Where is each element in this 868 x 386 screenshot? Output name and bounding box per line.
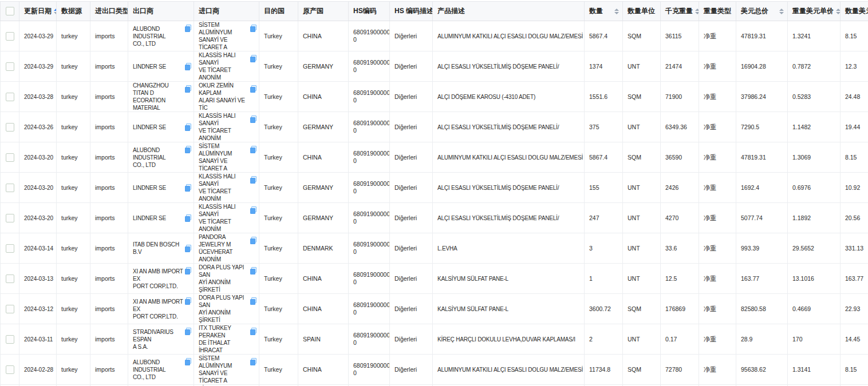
- cell-hs_code: 68091900000 0: [349, 21, 390, 51]
- sort-icon[interactable]: [779, 9, 784, 14]
- row-checkbox[interactable]: [6, 335, 14, 344]
- copy-icon[interactable]: [250, 206, 257, 213]
- row-checkbox[interactable]: [6, 244, 14, 253]
- col-header-kg_weight[interactable]: 千克重量: [661, 2, 699, 21]
- cell-update_date: 2024-03-20: [19, 173, 57, 203]
- cell-importer: KLASSİS HALI SANAYİ VE TİCARET ANONİM: [194, 51, 259, 82]
- cell-importer: KLASSİS HALI SANAYİ VE TİCARET ANONİM: [194, 203, 259, 233]
- copy-icon[interactable]: [250, 267, 257, 274]
- copy-icon[interactable]: [250, 55, 257, 62]
- cell-product_desc: ALÇI DÖŞEME KAROSU (-4310 ADET): [433, 82, 585, 112]
- copy-icon[interactable]: [250, 146, 257, 153]
- col-header-usd_total[interactable]: 美元总价: [736, 2, 788, 21]
- copy-icon[interactable]: [185, 85, 191, 92]
- copy-icon[interactable]: [185, 214, 191, 221]
- cell-text: 163.77: [741, 275, 759, 282]
- row-checkbox[interactable]: [6, 274, 14, 283]
- cell-text: ALUBOND INDUSTRIAL CO., LTD: [133, 147, 165, 168]
- cell-quantity_unit: SQM: [623, 82, 661, 112]
- cell-quantity_unit: UNT: [623, 324, 661, 355]
- copy-icon[interactable]: [185, 297, 191, 304]
- cell-quantity: 3600.72: [585, 294, 623, 324]
- select-all-checkbox[interactable]: [6, 7, 14, 15]
- row-checkbox[interactable]: [6, 365, 14, 374]
- cell-usd_per_weight: 1.3141: [788, 355, 841, 385]
- cell-text: imports: [95, 63, 115, 70]
- cell-origin: CHINA: [298, 142, 349, 173]
- row-checkbox[interactable]: [6, 214, 14, 222]
- cell-text: 331.13: [845, 245, 863, 252]
- cell-text: CHINA: [303, 93, 322, 100]
- cell-usd_per_weight: 1.1482: [788, 112, 841, 142]
- cell-text: 68091900000 0: [353, 362, 390, 376]
- copy-icon[interactable]: [185, 267, 191, 274]
- column-label: 数量美元单价: [845, 6, 868, 16]
- copy-icon[interactable]: [250, 85, 257, 92]
- row-checkbox[interactable]: [6, 153, 14, 162]
- cell-text: KALSİYUM SÜLFAT PANE-L: [437, 306, 508, 312]
- cell-text: 68091900000 0: [353, 89, 390, 104]
- copy-icon[interactable]: [185, 184, 191, 191]
- cell-text: 2024-03-13: [24, 276, 53, 282]
- cell-kg_weight: 21474: [661, 51, 699, 82]
- copy-icon[interactable]: [185, 25, 191, 31]
- cell-usd_total: 993.39: [736, 233, 788, 264]
- copy-icon[interactable]: [185, 124, 191, 130]
- cell-text: 8.15: [845, 33, 857, 39]
- copy-icon[interactable]: [250, 116, 257, 122]
- col-header-quantity[interactable]: 数量: [585, 2, 623, 21]
- cell-destination: Turkey: [259, 51, 298, 82]
- copy-icon[interactable]: [250, 25, 257, 31]
- row-checkbox[interactable]: [6, 62, 14, 71]
- cell-update_date: 2024-03-29: [19, 51, 57, 82]
- col-header-usd_per_weight[interactable]: 重量美元单价: [788, 2, 841, 21]
- sort-icon[interactable]: [836, 9, 841, 14]
- cell-data_source: turkey: [57, 324, 90, 355]
- cell-text: SİSTEM ALÜMİNYUM SANAYİ VE TİCARET A: [199, 143, 232, 172]
- cell-importer: DORA PLUS YAPI SAN AYİ ANONİM ŞİRKETİ: [194, 294, 259, 324]
- copy-icon[interactable]: [250, 176, 257, 183]
- cell-quantity_unit: UNT: [623, 112, 661, 142]
- copy-icon[interactable]: [250, 297, 257, 304]
- column-label: 更新日期: [24, 6, 52, 16]
- row-checkbox[interactable]: [6, 305, 14, 313]
- copy-icon[interactable]: [185, 358, 191, 365]
- row-checkbox[interactable]: [6, 93, 14, 101]
- cell-text: 68091900000 0: [353, 210, 390, 225]
- copy-icon[interactable]: [185, 63, 191, 70]
- cell-text: 2024-03-11: [24, 336, 53, 343]
- cell-text: UNT: [628, 275, 640, 282]
- cell-usd_per_weight: 0.5283: [788, 82, 841, 112]
- cell-text: ITAB DEN BOSCH B.V: [133, 241, 179, 255]
- copy-icon[interactable]: [185, 328, 191, 335]
- cell-weight_type: 净重: [699, 82, 736, 112]
- cell-destination: Turkey: [259, 173, 298, 203]
- row-checkbox[interactable]: [6, 32, 14, 41]
- cell-text: 71900: [665, 93, 682, 100]
- cell-kg_weight: 0.17: [661, 324, 699, 355]
- cell-text: ALUMINYUM KATKILI ALÇI ESASLI DOLGU MALZ…: [437, 154, 583, 161]
- col-header-update_date[interactable]: 更新日期: [19, 2, 57, 21]
- cell-hs_desc: Diğerleri: [390, 51, 433, 82]
- copy-icon[interactable]: [250, 358, 257, 365]
- col-header-product_desc: 产品描述: [433, 2, 585, 21]
- row-checkbox[interactable]: [6, 184, 14, 192]
- cell-trade_type: imports: [90, 264, 128, 294]
- cell-hs_desc: Diğerleri: [390, 324, 433, 355]
- copy-icon[interactable]: [185, 245, 191, 252]
- cell-text: KALSİYUM SÜLFAT PANE-L: [437, 276, 508, 282]
- column-label: 千克重量: [665, 6, 693, 16]
- cell-weight_type: 净重: [699, 294, 736, 324]
- cell-update_date: 2024-03-29: [19, 21, 57, 51]
- sort-icon[interactable]: [614, 9, 619, 14]
- cell-product_desc: ALÇI ESASLI YÜKSELTİLMİŞ DÖŞEME PANELİ/: [433, 51, 585, 82]
- cell-text: 4270: [665, 214, 678, 221]
- copy-icon[interactable]: [185, 146, 191, 153]
- copy-icon[interactable]: [250, 328, 257, 335]
- row-checkbox[interactable]: [6, 123, 14, 132]
- cell-text: 68091900000 0: [353, 180, 390, 194]
- cell-text: 6349.36: [665, 124, 687, 130]
- copy-icon[interactable]: [250, 237, 257, 244]
- column-label: 美元总价: [741, 6, 768, 16]
- row-select-cell: [1, 233, 19, 264]
